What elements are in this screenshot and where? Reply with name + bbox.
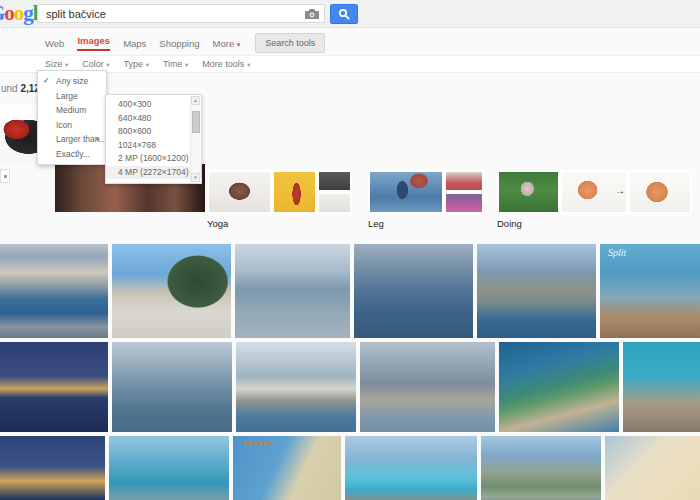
related-thumbnail[interactable]	[368, 170, 444, 214]
image-result[interactable]	[477, 244, 596, 338]
related-thumbnail[interactable]: →	[560, 170, 628, 214]
menu-item-label: Any size	[56, 76, 88, 86]
map-caption: CROATIA	[243, 441, 273, 447]
menu-item-label: Medium	[56, 105, 86, 115]
image-result[interactable]	[0, 436, 105, 500]
menu-item-large[interactable]: Large	[38, 89, 106, 104]
submenu-scrollbar[interactable]: ▲ ▼	[190, 96, 200, 182]
menu-item-label: Exactly...	[56, 149, 90, 159]
tab-more-label: More	[213, 38, 235, 49]
filter-size[interactable]: Size ▾	[45, 59, 68, 69]
search-box	[37, 4, 325, 23]
menu-item-larger-than[interactable]: Larger than...▸	[38, 132, 106, 147]
related-search-doing: → Doing	[497, 170, 692, 229]
filter-more-tools-label: More tools	[202, 59, 244, 69]
submenu-item-4mp[interactable]: 4 MP (2272×1704)	[106, 166, 201, 180]
related-thumbnail[interactable]	[207, 170, 272, 214]
camera-search-icon[interactable]	[305, 9, 319, 19]
filter-size-label: Size	[45, 59, 63, 69]
grid-row: CROATIA	[0, 436, 700, 500]
image-result[interactable]	[354, 244, 473, 338]
submenu-item-400x300[interactable]: 400×300	[106, 98, 201, 112]
related-search-yoga: Yoga	[207, 170, 352, 229]
logo-letter: o	[14, 1, 24, 25]
arrow-right-graphic: →	[615, 185, 625, 196]
submenu-item-800x600[interactable]: 800×600	[106, 125, 201, 139]
results-area: und 2,129 Yoga	[0, 74, 700, 500]
chevron-down-icon: ▾	[106, 61, 109, 68]
related-search-label[interactable]: Doing	[497, 218, 692, 229]
chevron-down-icon: ▾	[65, 61, 68, 68]
related-search-label[interactable]: Leg	[368, 218, 484, 229]
image-results-grid: Split CROATIA	[0, 244, 700, 500]
image-result[interactable]	[623, 342, 700, 432]
results-count-prefix: und	[1, 83, 20, 94]
filter-time-label: Time	[163, 59, 183, 69]
size-dropdown-menu: ✓Any size Large Medium Icon Larger than.…	[37, 70, 107, 165]
result-tabs: Web Images Maps Shopping More ▾ Search t…	[45, 33, 325, 53]
submenu-item-2mp[interactable]: 2 MP (1600×1200)	[106, 152, 201, 166]
related-thumbnail[interactable]	[444, 170, 484, 192]
image-result[interactable]	[112, 342, 232, 432]
related-thumbnail[interactable]	[317, 170, 352, 192]
image-result-map[interactable]	[605, 436, 700, 500]
chevron-down-icon: ▾	[146, 61, 149, 68]
chevron-down-icon: ▾	[185, 61, 188, 68]
image-result[interactable]	[345, 436, 477, 500]
tab-shopping[interactable]: Shopping	[159, 38, 199, 49]
image-result[interactable]	[112, 244, 231, 338]
logo-letter: g	[23, 1, 33, 25]
filter-more-tools[interactable]: More tools ▾	[202, 59, 250, 69]
filter-type-label: Type	[124, 59, 144, 69]
image-result[interactable]	[499, 342, 619, 432]
carousel-scroll-left-button[interactable]	[0, 169, 10, 183]
filter-time[interactable]: Time ▾	[163, 59, 188, 69]
search-button[interactable]	[330, 4, 358, 24]
image-result[interactable]	[0, 244, 108, 338]
image-result[interactable]	[481, 436, 601, 500]
image-result[interactable]	[0, 342, 108, 432]
scrollbar-thumb[interactable]	[192, 111, 200, 133]
magnifier-icon	[338, 8, 351, 21]
related-thumbnail[interactable]	[444, 192, 484, 214]
tab-more[interactable]: More ▾	[213, 38, 241, 49]
tab-images[interactable]: Images	[77, 35, 110, 51]
menu-item-icon[interactable]: Icon	[38, 118, 106, 133]
related-thumbnail[interactable]	[628, 170, 692, 214]
grid-row	[0, 342, 700, 432]
related-search-label[interactable]: Yoga	[207, 218, 352, 229]
menu-item-exactly[interactable]: Exactly...	[38, 147, 106, 162]
logo-letter: o	[4, 1, 14, 25]
tab-maps[interactable]: Maps	[123, 38, 146, 49]
check-icon: ✓	[43, 74, 50, 89]
related-thumbnail[interactable]	[317, 192, 352, 214]
scroll-down-icon[interactable]: ▼	[191, 173, 200, 182]
menu-item-label: Icon	[56, 120, 72, 130]
grid-row: Split	[0, 244, 700, 338]
filter-type[interactable]: Type ▾	[124, 59, 149, 69]
related-search-leg: Leg	[368, 170, 484, 229]
scroll-up-icon[interactable]: ▲	[191, 96, 200, 105]
chevron-down-icon: ▾	[237, 41, 241, 48]
image-result[interactable]	[360, 342, 495, 432]
search-tools-button[interactable]: Search tools	[255, 33, 325, 53]
size-submenu: 400×300 640×480 800×600 1024×768 2 MP (1…	[105, 94, 202, 184]
menu-item-any-size[interactable]: ✓Any size	[38, 74, 106, 89]
image-result[interactable]	[236, 342, 356, 432]
image-result-postcard[interactable]: Split	[600, 244, 700, 338]
image-result[interactable]	[235, 244, 350, 338]
filter-color[interactable]: Color ▾	[82, 59, 109, 69]
google-images-page: Google Web Images Maps Shopping More ▾ S…	[0, 0, 700, 500]
menu-item-medium[interactable]: Medium	[38, 103, 106, 118]
image-result[interactable]	[109, 436, 229, 500]
image-result-map[interactable]: CROATIA	[233, 436, 341, 500]
search-input[interactable]	[38, 5, 324, 22]
related-thumbnail[interactable]	[272, 170, 317, 214]
submenu-item-1024x768[interactable]: 1024×768	[106, 139, 201, 153]
dot-glyph	[4, 175, 7, 178]
tab-web[interactable]: Web	[45, 38, 64, 49]
related-thumbnail[interactable]	[497, 170, 560, 214]
submenu-item-640x480[interactable]: 640×480	[106, 112, 201, 126]
search-header: Google	[0, 0, 700, 28]
filter-color-label: Color	[82, 59, 104, 69]
